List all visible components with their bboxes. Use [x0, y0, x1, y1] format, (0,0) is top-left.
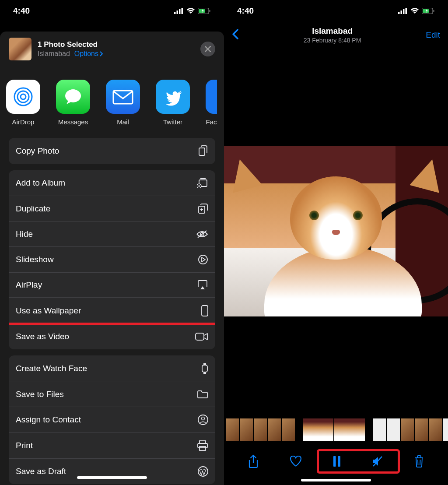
status-time: 4:40	[13, 6, 30, 16]
status-time: 4:40	[237, 6, 254, 16]
duplicate-action[interactable]: Duplicate	[9, 196, 215, 222]
close-button[interactable]	[200, 42, 215, 56]
svg-rect-1	[177, 11, 178, 14]
mail-app[interactable]: Mail	[106, 80, 140, 126]
airplay-action[interactable]: AirPlay	[9, 273, 215, 298]
wallpaper-action[interactable]: Use as Wallpaper	[9, 298, 215, 324]
trash-icon	[414, 455, 424, 467]
svg-rect-36	[423, 9, 429, 13]
film-thumb[interactable]	[387, 418, 400, 441]
mute-icon	[371, 456, 384, 467]
slideshow-action[interactable]: Slideshow	[9, 247, 215, 273]
selected-photo-thumb	[9, 38, 32, 60]
nav-title: Islamabad	[304, 26, 361, 36]
film-thumb[interactable]	[373, 418, 386, 441]
film-thumb[interactable]	[254, 418, 267, 441]
delete-button[interactable]	[414, 455, 424, 469]
status-icons	[398, 8, 435, 14]
nav-subtitle: 23 February 8:48 PM	[304, 37, 361, 44]
battery-icon	[198, 8, 211, 14]
heart-icon	[289, 455, 302, 467]
status-bar: 4:40	[224, 0, 448, 22]
save-to-files-action[interactable]: Save to Files	[9, 382, 215, 407]
chevron-left-icon	[232, 29, 239, 39]
pause-button[interactable]	[332, 456, 341, 469]
watch-face-action[interactable]: Create Watch Face	[9, 355, 215, 382]
messages-app[interactable]: Messages	[56, 80, 90, 126]
hide-action[interactable]: Hide	[9, 222, 215, 247]
svg-rect-5	[210, 10, 210, 12]
film-thumb[interactable]	[429, 418, 442, 441]
add-to-album-action[interactable]: Add to Album	[9, 170, 215, 196]
svg-rect-23	[203, 373, 206, 374]
phone-right-viewer: 4:40 Islamabad 23 February 8:48 PM Edit	[224, 0, 448, 485]
favorite-button[interactable]	[289, 455, 302, 469]
album-icon	[197, 178, 208, 188]
svg-point-8	[18, 91, 29, 102]
film-thumb-selected[interactable]	[334, 418, 365, 441]
home-indicator[interactable]	[301, 479, 371, 481]
share-button[interactable]	[248, 454, 259, 470]
status-bar: 4:40	[0, 0, 224, 22]
wifi-icon	[410, 8, 419, 14]
film-thumb[interactable]	[226, 418, 239, 441]
action-group-2: Add to Album Duplicate Hide Slideshow Ai…	[9, 170, 215, 349]
copy-icon	[198, 145, 208, 157]
facebook-app[interactable]: Fac	[206, 80, 217, 126]
share-title: 1 Photo Selected	[38, 40, 194, 49]
twitter-app[interactable]: Twitter	[156, 80, 190, 126]
svg-rect-32	[403, 9, 405, 14]
share-header: 1 Photo Selected Islamabad Options	[0, 32, 224, 67]
cellular-icon	[174, 8, 184, 14]
status-icons	[174, 8, 211, 14]
film-thumb-selected[interactable]	[303, 418, 333, 441]
nav-bar: Islamabad 23 February 8:48 PM Edit	[224, 22, 448, 48]
svg-rect-35	[434, 10, 434, 12]
contact-icon	[198, 415, 208, 425]
duplicate-icon	[198, 204, 208, 214]
share-apps-row[interactable]: AirDrop Messages Mail Twitter	[0, 67, 224, 134]
copy-photo-action[interactable]: Copy Photo	[9, 138, 215, 164]
svg-rect-28	[200, 446, 206, 450]
airplay-icon	[197, 280, 208, 290]
save-as-draft-action[interactable]: Save as Draft	[9, 459, 215, 484]
svg-rect-31	[401, 11, 402, 14]
home-indicator[interactable]	[77, 476, 147, 479]
film-thumb[interactable]	[443, 418, 448, 441]
svg-rect-30	[398, 12, 400, 14]
assign-contact-action[interactable]: Assign to Contact	[9, 407, 215, 433]
back-button[interactable]	[232, 29, 239, 41]
edit-button[interactable]: Edit	[426, 30, 440, 40]
highlight-pause-mute	[317, 449, 400, 474]
wordpress-icon	[198, 466, 208, 477]
film-thumb[interactable]	[240, 418, 253, 441]
svg-rect-6	[199, 9, 205, 13]
mail-icon	[112, 88, 134, 105]
svg-rect-2	[179, 9, 181, 14]
play-icon	[198, 254, 208, 265]
film-thumb[interactable]	[282, 418, 295, 441]
film-thumb[interactable]	[268, 418, 281, 441]
svg-rect-19	[202, 306, 208, 316]
airdrop-app[interactable]: AirDrop	[6, 80, 40, 126]
battery-icon	[422, 8, 435, 14]
hide-icon	[196, 230, 208, 239]
svg-rect-33	[406, 8, 407, 14]
messages-icon	[62, 86, 84, 108]
share-icon	[248, 454, 259, 468]
film-thumb[interactable]	[401, 418, 414, 441]
svg-rect-12	[199, 148, 205, 155]
film-strip[interactable]	[224, 418, 448, 441]
svg-rect-0	[174, 12, 176, 14]
print-icon	[197, 440, 208, 451]
svg-point-18	[199, 255, 207, 264]
share-sheet: 1 Photo Selected Islamabad Options AirDr	[0, 32, 224, 485]
film-thumb[interactable]	[415, 418, 428, 441]
svg-point-10	[65, 89, 81, 102]
print-action[interactable]: Print	[9, 433, 215, 459]
mute-button[interactable]	[371, 456, 384, 469]
phone-icon	[201, 305, 208, 316]
options-button[interactable]: Options	[74, 50, 103, 58]
photo-viewer[interactable]	[224, 47, 448, 415]
save-as-video-action[interactable]: Save as Video	[9, 324, 215, 349]
